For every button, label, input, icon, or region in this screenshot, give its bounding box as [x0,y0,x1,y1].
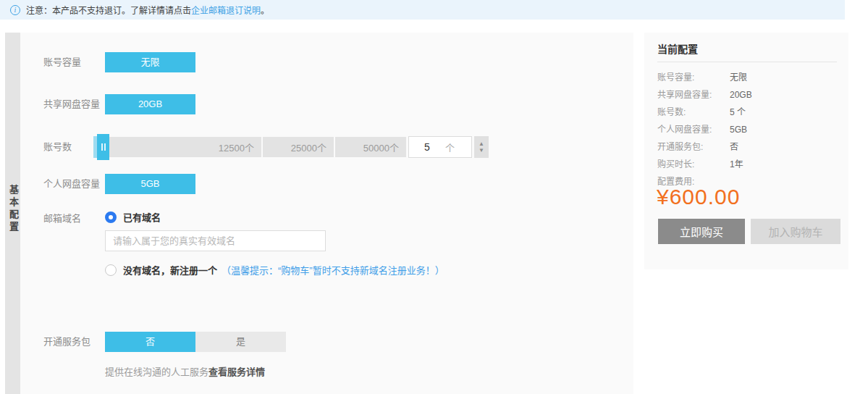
radio-unselected-icon[interactable] [105,264,117,276]
summary-value: 否 [730,138,738,156]
radio-new-domain[interactable]: 没有域名，新注册一个 （温馨提示：“购物车”暂时不支持新域名注册业务！） [105,263,444,277]
summary-value: 无限 [730,69,747,86]
summary-value: 5 个 [730,104,746,121]
add-to-cart-button[interactable]: 加入购物车 [751,219,840,244]
buy-now-button[interactable]: 立即购买 [658,219,745,244]
summary-label: 共享网盘容量: [657,86,730,104]
account-count-unit: 个 [445,141,471,154]
account-count-stepper[interactable]: ▲ ▼ [474,136,489,158]
personal-disk-option-5gb[interactable]: 5GB [105,174,195,194]
summary-value: 1年 [730,156,743,173]
radio-have-domain[interactable]: 已有域名 [105,210,161,224]
summary-label: 购买时长: [657,156,730,173]
notice-banner: i 注意：本产品不支持退订。了解详情请点击 企业邮箱退订说明 。 [0,0,845,20]
summary-row-service-pack: 开通服务包: 否 [657,138,837,156]
unsubscribe-help-link[interactable]: 企业邮箱退订说明 [191,4,261,16]
summary-label: 开通服务包: [657,138,730,156]
notice-period: 。 [261,4,269,16]
current-config-card: 当前配置 账号容量: 无限 共享网盘容量: 20GB 账号数: 5 个 个人网盘… [644,33,848,269]
domain-input[interactable] [105,230,326,251]
notice-text: 注意：本产品不支持退订。了解详情请点击 [26,4,191,16]
card-rows: 账号容量: 无限 共享网盘容量: 20GB 账号数: 5 个 个人网盘容量: 5… [657,69,837,173]
card-title: 当前配置 [657,41,698,56]
slider-mark-12500[interactable]: 12500个 [106,137,261,157]
summary-value: 5GB [730,121,747,138]
account-count-input[interactable] [409,141,445,153]
shared-disk-option-20gb[interactable]: 20GB [105,94,195,114]
summary-row-duration: 购买时长: 1年 [657,156,837,173]
price-value: ¥600.00 [657,185,740,209]
new-domain-hint: （温馨提示：“购物车”暂时不支持新域名注册业务！） [222,263,444,277]
radio-selected-icon[interactable] [105,211,117,223]
summary-label: 个人网盘容量: [657,121,730,138]
service-pack-note: 提供在线沟通的人工服务查看服务详情 [105,364,265,378]
summary-row-account-count: 账号数: 5 个 [657,104,837,121]
card-divider [657,62,837,62]
summary-label: 账号数: [657,104,730,121]
radio-have-domain-label: 已有域名 [123,210,161,224]
radio-new-domain-label: 没有域名，新注册一个 [123,263,217,277]
info-icon: i [10,5,20,15]
stepper-down-icon[interactable]: ▼ [479,148,484,153]
service-details-link[interactable]: 查看服务详情 [208,366,265,377]
side-tab-strip: 基本配置 [5,33,20,394]
page: i 注意：本产品不支持退订。了解详情请点击 企业邮箱退订说明 。 基本配置 账号… [0,0,868,394]
account-count-box: 个 [408,136,472,158]
summary-row-account-capacity: 账号容量: 无限 [657,69,837,86]
tab-basic-config[interactable]: 基本配置 [5,185,20,234]
account-count-slider: 12500个 25000个 50000个 个 ▲ ▼ [93,134,489,160]
service-pack-option-yes[interactable]: 是 [195,332,286,352]
service-pack-option-no[interactable]: 否 [105,332,195,352]
stepper-up-icon[interactable]: ▲ [479,142,484,146]
summary-label: 账号容量: [657,69,730,86]
account-capacity-option-unlimited[interactable]: 无限 [105,52,195,72]
service-note-text: 提供在线沟通的人工服务 [105,366,208,377]
config-panel: 账号容量 无限 共享网盘容量 20GB 账号数 12500个 25000个 50… [20,33,633,394]
summary-value: 20GB [730,86,752,104]
slider-mark-50000[interactable]: 50000个 [335,137,406,157]
summary-row-shared-disk: 共享网盘容量: 20GB [657,86,837,104]
slider-handle[interactable] [93,134,109,160]
summary-row-personal-disk: 个人网盘容量: 5GB [657,121,837,138]
slider-mark-25000[interactable]: 25000个 [263,137,334,157]
